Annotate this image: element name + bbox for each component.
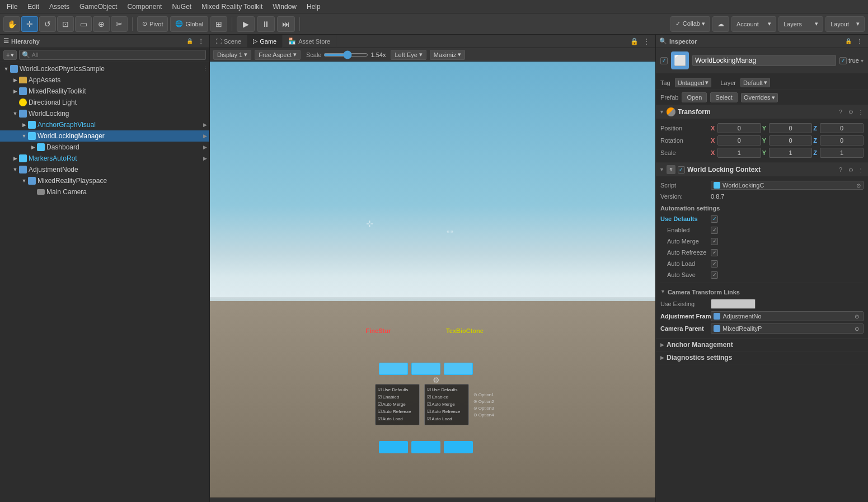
tab-asset-store[interactable]: 🏪 Asset Store [283, 35, 336, 48]
scene-btn-1[interactable] [379, 363, 408, 375]
cloud-btn[interactable]: ☁ [712, 16, 729, 32]
rotate-tool-btn[interactable]: ↺ [39, 16, 56, 32]
tree-item-markers[interactable]: MarkersAutoRot ▶ [0, 153, 209, 164]
scene-btn-3[interactable] [444, 363, 473, 375]
transform-help-btn[interactable]: ? [837, 108, 844, 116]
custom-tool-btn[interactable]: ✂ [111, 16, 128, 32]
scale-z-input[interactable]: 1 [820, 148, 864, 158]
prefab-open-btn[interactable]: Open [682, 92, 707, 102]
transform-more-btn[interactable]: ⋮ [857, 108, 865, 116]
scale-y-input[interactable]: 1 [769, 148, 813, 158]
wlc-more-btn[interactable]: ⋮ [857, 166, 865, 173]
view-lock-icon[interactable]: 🔒 [629, 36, 640, 46]
scene-btn-2[interactable] [411, 363, 440, 375]
scene-btn-b1[interactable] [379, 441, 408, 453]
tree-item-adjnode[interactable]: AdjustmentNode [0, 164, 209, 175]
script-pick-icon[interactable]: ⊙ [856, 182, 861, 189]
tab-scene[interactable]: ⛶ Scene [210, 35, 247, 48]
tree-more-markers[interactable]: ▶ [200, 154, 209, 163]
rot-z-input[interactable]: 0 [820, 135, 864, 146]
tree-arrow-mrt[interactable] [11, 88, 19, 94]
wlc-help-btn[interactable]: ? [837, 166, 844, 173]
account-dropdown[interactable]: Account ▾ [731, 16, 776, 32]
auto-save-checkbox[interactable] [711, 271, 718, 279]
tab-game[interactable]: ▷ Game [247, 35, 283, 48]
aspect-dropdown[interactable]: Free Aspect ▾ [255, 50, 301, 60]
camera-transform-header[interactable]: ▼ Camera Transform Links [660, 287, 864, 297]
hierarchy-search-input[interactable] [31, 51, 203, 58]
hand-tool-btn[interactable]: ✋ [3, 16, 20, 32]
pause-btn[interactable]: ⏸ [257, 16, 275, 32]
tree-item-dirlight[interactable]: Directional Light [0, 97, 209, 108]
tree-item-mrt[interactable]: MixedRealityToolkit [0, 86, 209, 97]
auto-load-checkbox[interactable] [711, 260, 718, 268]
scale-tool-btn[interactable]: ⊡ [57, 16, 74, 32]
tree-more-root[interactable]: ⋮ [200, 64, 209, 73]
anchor-mgmt-header[interactable]: ▶ Anchor Management [656, 339, 868, 351]
hierarchy-search[interactable]: 🔍 [19, 50, 206, 60]
rot-y-input[interactable]: 0 [769, 135, 813, 146]
tree-arrow-worldlocking[interactable] [11, 111, 19, 116]
menu-window[interactable]: Window [268, 2, 301, 12]
tree-more-dashboard[interactable]: ▶ [200, 143, 209, 152]
snap-btn[interactable]: ⊞ [210, 16, 227, 32]
inspector-lock-btn[interactable]: 🔒 [843, 36, 853, 46]
tree-item-appassets[interactable]: AppAssets [0, 74, 209, 86]
tree-arrow-root[interactable] [2, 66, 10, 72]
global-btn[interactable]: 🌐 Global [170, 16, 208, 32]
static-checkbox[interactable]: true ▾ [839, 57, 864, 64]
scale-slider[interactable] [323, 53, 368, 57]
pos-y-input[interactable]: 0 [769, 123, 813, 133]
use-defaults-checkbox[interactable] [711, 215, 718, 223]
tree-item-dashboard[interactable]: Dashboard ▶ [0, 142, 209, 153]
transform-tool-btn[interactable]: ⊕ [93, 16, 110, 32]
menu-gameobject[interactable]: GameObject [75, 2, 121, 12]
tag-dropdown[interactable]: Untagged ▾ [675, 78, 712, 87]
move-tool-btn[interactable]: ✛ [21, 16, 38, 32]
tree-arrow-wlm[interactable] [20, 133, 28, 139]
eye-dropdown[interactable]: Left Eye ▾ [391, 50, 426, 60]
tree-more-anchorgraph[interactable]: ▶ [200, 120, 209, 129]
menu-edit[interactable]: Edit [23, 2, 44, 12]
prefab-select-btn[interactable]: Select [710, 92, 738, 102]
tree-arrow-mrps[interactable] [20, 178, 28, 184]
scene-btn-b3[interactable] [444, 441, 473, 453]
cam-parent-pick-btn[interactable]: ⊙ [853, 325, 861, 332]
auto-refreeze-checkbox[interactable] [711, 249, 718, 256]
inspector-more-btn[interactable]: ⋮ [855, 36, 865, 46]
menu-help[interactable]: Help [302, 2, 325, 12]
view-more-icon[interactable]: ⋮ [642, 36, 651, 46]
pos-x-input[interactable]: 0 [717, 123, 761, 133]
menu-component[interactable]: Component [123, 2, 166, 12]
auto-merge-checkbox[interactable] [711, 238, 718, 245]
diagnostics-header[interactable]: ▶ Diagnostics settings [656, 351, 868, 364]
hierarchy-more-btn[interactable]: ⋮ [196, 36, 206, 46]
scale-x-input[interactable]: 1 [717, 148, 761, 158]
tree-arrow-adjnode[interactable] [11, 167, 19, 172]
tree-arrow-markers[interactable] [11, 156, 19, 161]
overrides-dropdown[interactable]: Overrides ▾ [741, 93, 778, 102]
tree-arrow-appassets[interactable] [11, 77, 19, 83]
tree-arrow-dashboard[interactable] [29, 144, 37, 150]
tree-item-root[interactable]: WorldLockedPhysicsSample ⋮ [0, 63, 209, 74]
tree-item-wlm[interactable]: WorldLockingManager ▶ [0, 130, 209, 142]
layers-dropdown[interactable]: Layers ▾ [778, 16, 823, 32]
static-check[interactable] [839, 57, 847, 64]
transform-settings-btn[interactable]: ⚙ [847, 108, 855, 116]
step-btn[interactable]: ⏭ [277, 16, 295, 32]
scene-btn-b2[interactable] [411, 441, 440, 453]
maximize-dropdown[interactable]: Maximiz ▾ [430, 50, 465, 60]
pos-z-input[interactable]: 0 [820, 123, 864, 133]
wlc-header[interactable]: ▼ # World Locking Context ? ⚙ ⋮ [656, 163, 868, 176]
display-dropdown[interactable]: Display 1 ▾ [213, 50, 251, 60]
play-btn[interactable]: ▶ [237, 16, 255, 32]
scene-scrollbar[interactable] [210, 498, 655, 502]
tree-item-anchorgraph[interactable]: AnchorGraphVisual ▶ [0, 119, 209, 130]
tree-item-worldlocking[interactable]: WorldLocking [0, 108, 209, 119]
tree-more-wlm[interactable]: ▶ [200, 132, 209, 140]
pivot-btn[interactable]: ⊙ Pivot [137, 16, 168, 32]
layer-dropdown[interactable]: Default ▾ [740, 78, 770, 87]
enabled-checkbox[interactable] [711, 227, 718, 234]
hierarchy-add-btn[interactable]: +▾ [3, 50, 17, 60]
collab-btn[interactable]: ✓ Collab ▾ [670, 16, 710, 32]
